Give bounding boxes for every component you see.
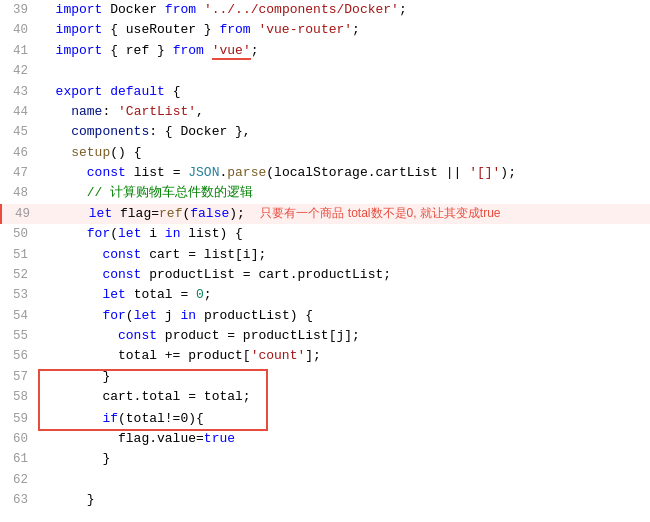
line-number: 62 <box>0 471 38 490</box>
line-number: 47 <box>0 164 38 183</box>
line-content: const list = JSON.parse(localStorage.car… <box>38 163 650 183</box>
line-number: 53 <box>0 286 38 305</box>
line-number: 60 <box>0 430 38 449</box>
code-line-45: 45 components: { Docker }, <box>0 122 650 142</box>
code-line-41: 41 import { ref } from 'vue'; <box>0 41 650 61</box>
line-number: 56 <box>0 347 38 366</box>
code-line-63: 63 } <box>0 490 650 510</box>
line-content: if(total!=0){ <box>38 409 650 429</box>
code-line-55: 55 const product = productList[j]; <box>0 326 650 346</box>
line-content: let total = 0; <box>38 285 650 305</box>
code-line-58: 58 cart.total = total; <box>0 387 650 407</box>
line-content: let flag=ref(false); 只要有一个商品 total数不是0, … <box>40 204 650 224</box>
line-content: for(let j in productList) { <box>38 306 650 326</box>
line-content: } <box>38 449 650 469</box>
line-content: for(let i in list) { <box>38 224 650 244</box>
line-content: cart.total = total; <box>38 387 650 407</box>
code-line-53: 53 let total = 0; <box>0 285 650 305</box>
line-content: name: 'CartList', <box>38 102 650 122</box>
line-number: 50 <box>0 225 38 244</box>
code-line-49: 49 let flag=ref(false); 只要有一个商品 total数不是… <box>0 204 650 224</box>
code-line-43: 43 export default { <box>0 82 650 102</box>
annotation-line49: 只要有一个商品 total数不是0, 就让其变成true <box>260 206 500 220</box>
code-line-42: 42 <box>0 61 650 81</box>
line-number: 42 <box>0 62 38 81</box>
line-number: 61 <box>0 450 38 469</box>
line-content: import { ref } from 'vue'; <box>38 41 650 61</box>
line-number: 57 <box>0 368 38 387</box>
line-content: import Docker from '../../components/Doc… <box>38 0 650 20</box>
code-line-44: 44 name: 'CartList', <box>0 102 650 122</box>
code-line-48: 48 // 计算购物车总件数的逻辑 <box>0 183 650 203</box>
line-content: import { useRouter } from 'vue-router'; <box>38 20 650 40</box>
line-number: 46 <box>0 144 38 163</box>
line-number: 59 <box>0 410 38 429</box>
line-number: 63 <box>0 491 38 510</box>
line-content: const productList = cart.productList; <box>38 265 650 285</box>
code-line-59: 59 if(total!=0){ <box>0 409 650 429</box>
line-number: 45 <box>0 123 38 142</box>
lines-container: 39 import Docker from '../../components/… <box>0 0 650 510</box>
code-editor: 39 import Docker from '../../components/… <box>0 0 650 522</box>
line-content <box>38 61 650 81</box>
line-content: setup() { <box>38 143 650 163</box>
line-number: 40 <box>0 21 38 40</box>
line-content <box>38 470 650 490</box>
line-number: 58 <box>0 388 38 407</box>
line-number: 54 <box>0 307 38 326</box>
line-number: 51 <box>0 246 38 265</box>
code-line-46: 46 setup() { <box>0 143 650 163</box>
code-line-61: 61 } <box>0 449 650 469</box>
line-number: 52 <box>0 266 38 285</box>
code-line-50: 50 for(let i in list) { <box>0 224 650 244</box>
line-number: 43 <box>0 83 38 102</box>
line-content: flag.value=true <box>38 429 650 449</box>
line-number: 55 <box>0 327 38 346</box>
line-content: } <box>38 367 650 387</box>
line-content: export default { <box>38 82 650 102</box>
line-content: // 计算购物车总件数的逻辑 <box>38 183 650 203</box>
code-line-60: 60 flag.value=true <box>0 429 650 449</box>
code-line-62: 62 <box>0 470 650 490</box>
code-line-54: 54 for(let j in productList) { <box>0 306 650 326</box>
code-line-56: 56 total += product['count']; <box>0 346 650 366</box>
code-line-57: 57 } <box>0 367 650 387</box>
line-content: const cart = list[i]; <box>38 245 650 265</box>
code-line-40: 40 import { useRouter } from 'vue-router… <box>0 20 650 40</box>
code-line-47: 47 const list = JSON.parse(localStorage.… <box>0 163 650 183</box>
code-line-39: 39 import Docker from '../../components/… <box>0 0 650 20</box>
line-content: total += product['count']; <box>38 346 650 366</box>
line-number: 48 <box>0 184 38 203</box>
line-number: 44 <box>0 103 38 122</box>
code-line-52: 52 const productList = cart.productList; <box>0 265 650 285</box>
code-line-51: 51 const cart = list[i]; <box>0 245 650 265</box>
line-number: 49 <box>2 205 40 224</box>
line-content: const product = productList[j]; <box>38 326 650 346</box>
line-content: components: { Docker }, <box>38 122 650 142</box>
line-number: 41 <box>0 42 38 61</box>
line-number: 39 <box>0 1 38 20</box>
line-content: } <box>38 490 650 510</box>
